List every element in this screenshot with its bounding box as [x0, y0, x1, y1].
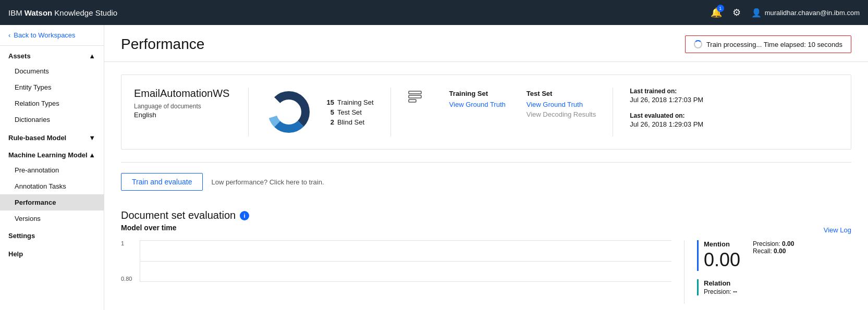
train-status-text: Train processing... Time elapsed: 10 sec… — [706, 41, 842, 48]
workspace-lang-label: Language of documents — [134, 103, 236, 110]
test-set-col: Test Set View Ground Truth View Decoding… — [527, 90, 596, 120]
metrics-area: Mention 0.00 Precision: 0.00 Recall: — [684, 240, 851, 304]
brand: IBM Watson Knowledge Studio — [8, 8, 117, 17]
sidebar-item-versions[interactable]: Versions — [0, 210, 104, 227]
sidebar-item-annotation-tasks[interactable]: Annotation Tasks — [0, 178, 104, 194]
view-decoding-results-link[interactable]: View Decoding Results — [527, 110, 596, 118]
sidebar-item-dictionaries[interactable]: Dictionaries — [0, 111, 104, 128]
svg-rect-5 — [409, 95, 421, 98]
sidebar-item-documents[interactable]: Documents — [0, 63, 104, 79]
training-view-ground-truth-link[interactable]: View Ground Truth — [449, 101, 506, 108]
info-icon[interactable]: i — [240, 211, 249, 220]
rule-based-section[interactable]: Rule-based Model ▼ — [0, 128, 104, 145]
donut-legend: 15 Training Set 5 Test Set 2 Blind Set — [325, 98, 374, 126]
blind-set-legend: 2 Blind Set — [325, 118, 374, 126]
sidebar-item-performance[interactable]: Performance — [0, 194, 104, 210]
main-content: Performance Train processing... Time ela… — [104, 25, 868, 310]
page-title: Performance — [121, 36, 204, 53]
train-status-badge: Train processing... Time elapsed: 10 sec… — [685, 35, 851, 53]
assets-section[interactable]: Assets ▲ — [0, 46, 104, 63]
train-spinner-icon — [694, 40, 702, 48]
train-section: Train and evaluate Low performance? Clic… — [121, 162, 851, 201]
ml-section[interactable]: Machine Learning Model ▲ — [0, 145, 104, 162]
sidebar-item-pre-annotation[interactable]: Pre-annotation — [0, 162, 104, 178]
settings-section[interactable]: Settings — [0, 227, 104, 245]
workspace-lang: English — [134, 111, 236, 119]
chart-lines — [140, 240, 671, 282]
svg-rect-6 — [409, 100, 416, 102]
brand-watson: Watson — [25, 8, 53, 17]
main-header: Performance Train processing... Time ela… — [104, 25, 868, 62]
chart-gridline-mid — [140, 261, 671, 262]
mention-metric: Mention 0.00 Precision: 0.00 Recall: — [697, 240, 839, 271]
mention-metric-row: Mention 0.00 Precision: 0.00 Recall: — [704, 240, 839, 271]
sets-section: Training Set View Ground Truth Test Set … — [391, 88, 614, 137]
donut-section: 15 Training Set 5 Test Set 2 Blind Set — [249, 88, 391, 137]
notification-badge: 1 — [717, 5, 724, 12]
assets-chevron-icon: ▲ — [89, 52, 95, 60]
donut-chart — [265, 89, 312, 135]
svg-point-3 — [277, 101, 300, 123]
workspace-info: EmailAutomationWS Language of documents … — [134, 88, 249, 137]
sidebar-item-entity-types[interactable]: Entity Types — [0, 79, 104, 95]
sets-icon — [408, 90, 422, 107]
workspace-name: EmailAutomationWS — [134, 88, 236, 100]
training-set-col: Training Set View Ground Truth — [449, 90, 506, 110]
ml-chevron-icon: ▲ — [89, 151, 95, 159]
relation-metric: Relation Precision: -- — [697, 279, 839, 295]
notification-icon[interactable]: 🔔 1 — [711, 7, 722, 18]
back-arrow-icon: ‹ — [8, 31, 10, 39]
chart-gridline-top — [140, 240, 671, 241]
chart-container: 1 0.80 — [121, 240, 671, 282]
settings-icon[interactable]: ⚙ — [732, 7, 741, 18]
eval-section: Document set evaluation i Model over tim… — [121, 201, 851, 304]
view-log-link[interactable]: View Log — [824, 226, 851, 234]
back-to-workspaces[interactable]: ‹ Back to Workspaces — [0, 25, 104, 46]
eval-subtitle: Model over time — [121, 224, 177, 232]
topnav: IBM Watson Knowledge Studio 🔔 1 ⚙ 👤 mura… — [0, 0, 868, 25]
dates-section: Last trained on: Jul 26, 2018 1:27:03 PM… — [613, 88, 720, 137]
chart-and-metrics: 1 0.80 Mention — [121, 240, 851, 304]
test-set-legend: 5 Test Set — [325, 108, 374, 116]
test-view-ground-truth-link[interactable]: View Ground Truth — [527, 101, 596, 108]
user-email: muralidhar.chavan@in.ibm.com — [765, 9, 860, 17]
workspace-card: EmailAutomationWS Language of documents … — [121, 75, 851, 150]
topnav-right: 🔔 1 ⚙ 👤 muralidhar.chavan@in.ibm.com — [711, 7, 860, 18]
rule-based-chevron-icon: ▼ — [89, 134, 95, 142]
eval-header-row: Model over time View Log — [121, 224, 851, 236]
help-section[interactable]: Help — [0, 245, 104, 263]
train-hint: Low performance? Click here to train. — [211, 178, 324, 186]
sidebar-item-relation-types[interactable]: Relation Types — [0, 95, 104, 111]
chart-area: 1 0.80 — [121, 240, 684, 304]
training-set-legend: 15 Training Set — [325, 98, 374, 106]
brand-ibm: IBM — [8, 8, 22, 17]
brand-product: Knowledge Studio — [54, 8, 117, 17]
chart-y-labels: 1 0.80 — [121, 240, 140, 282]
eval-title: Document set evaluation i — [121, 209, 851, 221]
sidebar: ‹ Back to Workspaces Assets ▲ Documents … — [0, 25, 104, 310]
svg-rect-4 — [409, 91, 421, 94]
train-evaluate-button[interactable]: Train and evaluate — [121, 173, 203, 191]
user-menu[interactable]: 👤 muralidhar.chavan@in.ibm.com — [751, 8, 860, 18]
